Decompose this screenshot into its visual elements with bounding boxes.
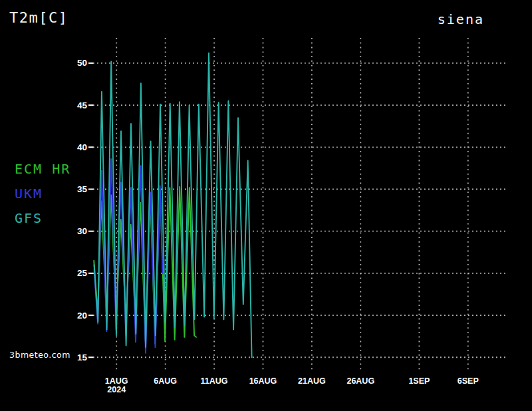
x-axis-label: 1SEP (408, 376, 430, 386)
x-axis-label: 11AUG (201, 376, 228, 386)
x-axis-label: 6SEP (458, 376, 479, 386)
x-axis-label: 1AUG (105, 376, 128, 386)
x-axis-label: 6AUG (154, 376, 177, 386)
x-axis-sublabel: 2024 (107, 385, 126, 394)
y-axis-label: 40 (77, 142, 87, 152)
temperature-forecast-chart: 15202530354045501AUG20246AUG11AUG16AUG21… (0, 0, 532, 411)
x-axis-label: 16AUG (249, 376, 277, 386)
x-axis-label: 21AUG (298, 376, 326, 386)
y-axis-label: 15 (77, 352, 88, 362)
x-axis-label: 26AUG (346, 376, 374, 386)
y-axis-label: 20 (77, 311, 87, 321)
y-axis-label: 45 (77, 100, 88, 110)
series-line-gfs (94, 53, 252, 358)
meteogram-screen: T2m[C] siena ECM HR UKM GFS 152025303540… (0, 0, 532, 411)
y-axis-label: 25 (77, 268, 88, 278)
watermark: 3bmeteo.com (9, 350, 70, 360)
y-axis-label: 35 (77, 184, 88, 194)
y-axis-label: 50 (77, 58, 87, 68)
y-axis-label: 30 (77, 226, 87, 236)
